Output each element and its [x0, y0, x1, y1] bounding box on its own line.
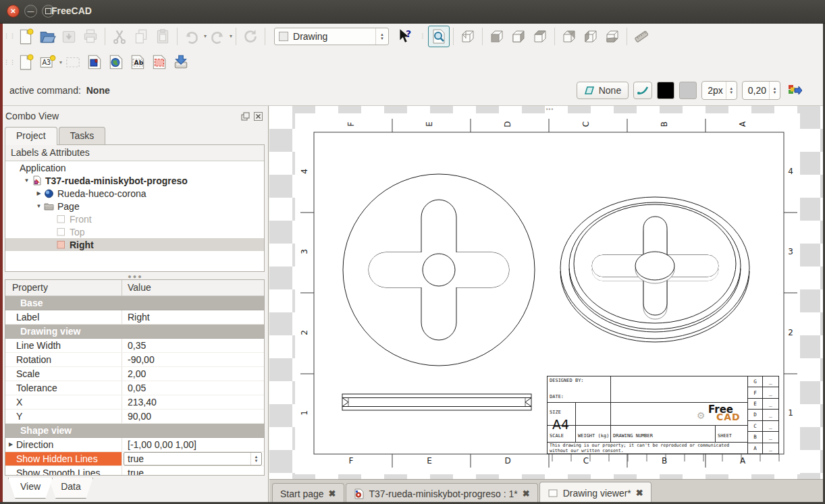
property-row-rotation[interactable]: Rotation-90,00: [5, 353, 264, 367]
grid-letter-bottom: B: [660, 456, 669, 466]
workbench-selector[interactable]: Drawing ▲▼: [274, 28, 389, 45]
drawing-viewer[interactable]: ▪▪▪: [269, 106, 823, 479]
new-drawing-page-button[interactable]: [15, 51, 36, 73]
float-panel-icon[interactable]: [241, 112, 250, 121]
paste-button[interactable]: [152, 26, 174, 47]
drawing-number-label: DRAWING NUMBER: [613, 433, 653, 439]
grid-letter-top: B: [660, 119, 669, 129]
mdi-tab-start-page[interactable]: Start page✖: [272, 483, 344, 503]
expander-open-icon[interactable]: ▼: [34, 203, 44, 209]
property-label: Scale: [16, 367, 40, 381]
property-row-show-hidden-lines[interactable]: Show Hidden Linestrue▲▼: [5, 452, 264, 466]
property-row-tolerance[interactable]: Tolerance0,05: [5, 381, 264, 395]
workbench-spinner-arrows[interactable]: ▲▼: [375, 28, 388, 45]
view-rear-button[interactable]: [558, 26, 580, 47]
new-document-icon: [17, 28, 34, 45]
tree-item-page[interactable]: ▼Page: [5, 200, 264, 213]
sheet-label: SHEET: [718, 433, 732, 439]
property-row-line-width[interactable]: Line Width0,35: [5, 339, 264, 353]
clip-group-button[interactable]: [149, 51, 170, 73]
panel-splitter[interactable]: ●●●: [3, 274, 268, 279]
whats-this-button[interactable]: ?: [394, 26, 416, 47]
insert-view-button[interactable]: [84, 51, 105, 73]
viewer-splitter-handle[interactable]: ▪▪▪: [546, 106, 554, 112]
view-axonometric-button[interactable]: [457, 26, 479, 47]
property-row-y[interactable]: Y90,00: [5, 410, 264, 424]
property-row-scale[interactable]: Scale2,00: [5, 367, 264, 381]
tree-item-right[interactable]: Right: [5, 238, 264, 251]
mdi-tab-drawing-viewer[interactable]: Drawing viewer*✖: [539, 482, 651, 503]
redo-dropdown-caret[interactable]: ▾: [230, 33, 232, 39]
tab-tasks[interactable]: Tasks: [59, 127, 106, 145]
tree-item-front[interactable]: Front: [5, 213, 264, 225]
revision-row-d: D_: [748, 410, 778, 420]
property-expander-icon[interactable]: ▶: [5, 438, 16, 451]
close-tab-icon[interactable]: ✖: [523, 488, 530, 499]
toolbar-drag-handle[interactable]: ⋮⋮: [7, 54, 12, 70]
toolbar-drag-handle[interactable]: ⋮: [420, 28, 425, 45]
fill-pattern-button[interactable]: None: [577, 82, 629, 99]
empty-sheet-button[interactable]: [62, 51, 84, 73]
tree-item-application[interactable]: Application: [5, 161, 264, 174]
view-top-button[interactable]: [529, 26, 551, 47]
combo-view-panel: Combo View ProjectTasks Labels & Attribu…: [3, 106, 269, 502]
expander-open-icon[interactable]: ▼: [22, 177, 32, 184]
property-row-label[interactable]: LabelRight: [5, 310, 264, 325]
line-width-spinner-arrows[interactable]: ▲▼: [726, 82, 737, 99]
revision-column: G_F_E_D_C_B_A_: [748, 376, 778, 453]
redo-icon: [209, 28, 226, 45]
pattern-icon: [584, 85, 595, 96]
line-color-swatch[interactable]: [657, 82, 674, 99]
property-value-editor[interactable]: true▲▼: [124, 452, 262, 466]
orthographic-views-button[interactable]: [105, 51, 127, 73]
annotation-button[interactable]: Ab: [127, 51, 149, 73]
refresh-button[interactable]: [240, 26, 261, 47]
view-bottom-button[interactable]: [602, 26, 623, 47]
tree-header: Labels & Attributes: [5, 145, 264, 161]
property-row-direction[interactable]: ▶Direction[-1,00 0,00 1,00]: [5, 438, 264, 452]
paste-icon: [154, 28, 171, 45]
new-a3-page-button[interactable]: A3: [36, 51, 58, 73]
window-minimize-button[interactable]: —: [24, 5, 37, 18]
value-spinner-arrows[interactable]: ▲▼: [250, 453, 261, 465]
draft-style-button[interactable]: [633, 82, 652, 99]
print-button[interactable]: [80, 26, 101, 47]
cut-button[interactable]: [109, 26, 130, 47]
tab-view[interactable]: View: [8, 478, 53, 499]
tree-item-rueda-hueco-corona[interactable]: ▶Rueda-hueco-corona: [5, 187, 264, 200]
mdi-tab-bar: Start page✖T37-rueda-miniskybot-progreso…: [269, 479, 823, 502]
view-left-button[interactable]: [580, 26, 602, 47]
open-document-button[interactable]: [36, 26, 58, 47]
export-page-icon: [172, 53, 190, 71]
new-document-button[interactable]: [15, 26, 36, 47]
mdi-tab-t37-rueda-miniskybot-progreso-1[interactable]: T37-rueda-miniskybot-progreso : 1*✖: [346, 483, 538, 503]
property-row-x[interactable]: X213,40: [5, 395, 264, 410]
tab-data[interactable]: Data: [49, 478, 93, 499]
grid-letter-bottom: C: [581, 456, 591, 466]
apply-colors-button[interactable]: [785, 81, 804, 100]
tab-project[interactable]: Project: [5, 127, 57, 145]
tolerance-spinbox[interactable]: 0,20 ▲▼: [742, 81, 780, 100]
copy-button[interactable]: [130, 26, 152, 47]
grid-number-right: 2: [786, 328, 795, 337]
view-right-button[interactable]: [508, 26, 529, 47]
window-close-button[interactable]: ✕: [7, 5, 20, 18]
export-page-button[interactable]: [170, 51, 192, 73]
tree-item-top[interactable]: Top: [5, 225, 264, 238]
tree-item-t37-rueda-miniskybot-progreso[interactable]: ▼T37-rueda-miniskybot-progreso: [5, 174, 264, 187]
tolerance-spinner-arrows[interactable]: ▲▼: [769, 82, 780, 99]
view-front-button[interactable]: [486, 26, 508, 47]
face-color-swatch[interactable]: [679, 82, 697, 99]
property-row-show-smooth-lines[interactable]: Show Smooth Linestrue: [5, 466, 264, 476]
toolbar-drag-handle[interactable]: ⋮⋮: [7, 28, 12, 45]
redo-button[interactable]: [207, 26, 228, 47]
measure-distance-button[interactable]: [631, 26, 652, 47]
fit-view-button[interactable]: [428, 26, 450, 47]
save-document-button[interactable]: [58, 26, 80, 47]
expander-closed-icon[interactable]: ▶: [34, 190, 44, 196]
line-width-spinbox[interactable]: 2px ▲▼: [701, 81, 737, 100]
close-panel-icon[interactable]: [254, 112, 263, 121]
close-tab-icon[interactable]: ✖: [636, 488, 643, 498]
undo-button[interactable]: [181, 26, 203, 47]
close-tab-icon[interactable]: ✖: [329, 488, 336, 499]
